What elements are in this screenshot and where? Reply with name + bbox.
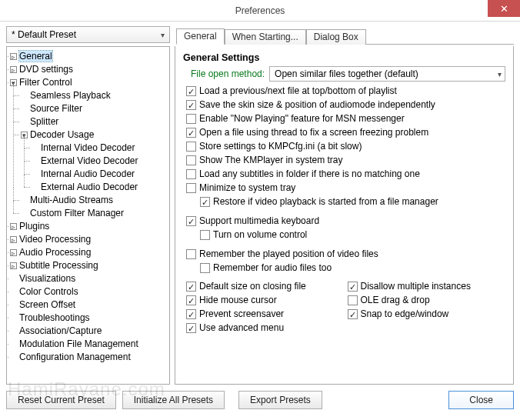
label-hide-cursor: Hide mouse cursor <box>199 294 277 307</box>
reset-current-preset-button[interactable]: Reset Current Preset <box>6 391 116 409</box>
checkbox-snap-edge[interactable] <box>348 309 358 319</box>
export-presets-button[interactable]: Export Presets <box>238 391 322 409</box>
tree-item-configuration-management[interactable]: Configuration Management <box>19 352 131 362</box>
label-enable-now-playing: Enable "Now Playing" feature for MSN mes… <box>199 112 405 125</box>
tree-toggle[interactable]: ▹ <box>10 66 17 73</box>
checkbox-mm-keyboard[interactable] <box>186 216 196 226</box>
tab-when-starting[interactable]: When Starting... <box>225 29 306 45</box>
tree-item-multi-audio-streams[interactable]: Multi-Audio Streams <box>30 195 113 205</box>
tree-item-screen-offset[interactable]: Screen Offset <box>19 299 75 310</box>
label-advanced-menu: Use advanced menu <box>199 322 284 335</box>
checkbox-default-size[interactable] <box>186 282 196 292</box>
category-tree[interactable]: ▹General ▹DVD settings ▾Filter Control S… <box>6 46 170 385</box>
preset-selected-value: * Default Preset <box>12 29 76 40</box>
label-load-prev-next: Load a previous/next file at top/bottom … <box>199 85 397 98</box>
chevron-down-icon: ▾ <box>498 70 502 78</box>
label-load-subs: Load any subtitles in folder if there is… <box>199 168 420 181</box>
checkbox-minimize-tray[interactable] <box>186 183 196 193</box>
checkbox-show-tray[interactable] <box>186 155 196 165</box>
label-show-tray: Show The KMPlayer in system tray <box>199 154 343 167</box>
checkbox-load-prev-next[interactable] <box>186 86 196 96</box>
label-snap-edge: Snap to edge/window <box>361 308 449 321</box>
checkbox-store-settings[interactable] <box>186 142 196 152</box>
tree-toggle[interactable]: ▹ <box>10 236 17 243</box>
chevron-down-icon: ▾ <box>161 31 165 39</box>
label-ole-drag: OLE drag & drop <box>361 294 430 307</box>
titlebar: Preferences ✕ <box>0 0 520 22</box>
settings-pane: General Settings File open method: Open … <box>175 46 514 385</box>
tree-item-source-filter[interactable]: Source Filter <box>30 103 82 114</box>
tree-item-video-processing[interactable]: Video Processing <box>19 234 91 245</box>
label-store-settings: Store settings to KMPCfg.ini (a bit slow… <box>199 140 362 153</box>
file-open-method-dropdown[interactable]: Open similar files together (default) ▾ <box>269 66 505 82</box>
section-title-general-settings: General Settings <box>183 52 505 63</box>
tree-item-general[interactable]: General <box>19 51 52 62</box>
window-title: Preferences <box>235 5 285 16</box>
label-disallow-multi: Disallow multiple instances <box>361 280 471 293</box>
footer-buttons: Reset Current Preset Initialize All Pres… <box>6 385 514 409</box>
checkbox-restore-playback[interactable] <box>200 197 210 207</box>
close-window-button[interactable]: ✕ <box>488 0 520 17</box>
tree-item-plugins[interactable]: Plugins <box>19 221 49 232</box>
checkbox-disallow-multi[interactable] <box>348 282 358 292</box>
tree-toggle[interactable]: ▹ <box>10 53 17 60</box>
tree-toggle[interactable]: ▹ <box>10 249 17 256</box>
label-remember-pos: Remember the played position of video fi… <box>199 248 378 261</box>
tree-item-decoder-usage[interactable]: Decoder Usage <box>30 129 94 140</box>
tree-item-modulation-file-management[interactable]: Modulation File Management <box>19 338 138 349</box>
checkbox-remember-audio[interactable] <box>200 263 210 273</box>
label-minimize-tray: Minimize to system tray <box>199 182 295 195</box>
tree-item-filter-control[interactable]: Filter Control <box>19 77 72 88</box>
checkbox-ole-drag[interactable] <box>348 295 358 305</box>
tree-item-visualizations[interactable]: Visualizations <box>19 273 75 284</box>
checkbox-volume-control[interactable] <box>200 230 210 240</box>
tree-item-color-controls[interactable]: Color Controls <box>19 286 78 297</box>
label-default-size: Default size on closing file <box>199 280 306 293</box>
label-restore-playback: Restore if video playback is started fro… <box>213 195 438 208</box>
file-open-method-value: Open similar files together (default) <box>275 68 418 79</box>
label-remember-audio: Remember for audio files too <box>213 262 332 275</box>
label-mm-keyboard: Support multimedia keyboard <box>199 215 319 228</box>
tree-item-internal-audio-decoder[interactable]: Internal Audio Decoder <box>41 168 135 179</box>
initialize-all-presets-button[interactable]: Initialize All Presets <box>122 391 225 409</box>
tree-item-internal-video-decoder[interactable]: Internal Video Decoder <box>41 142 135 153</box>
label-save-skin: Save the skin size & position of audiomo… <box>199 98 435 112</box>
close-button[interactable]: Close <box>448 391 514 409</box>
label-prevent-screensaver: Prevent screensaver <box>199 308 284 321</box>
checkbox-advanced-menu[interactable] <box>186 323 196 333</box>
tree-item-association-capture[interactable]: Association/Capture <box>19 325 102 336</box>
checkbox-load-subs[interactable] <box>186 169 196 179</box>
tree-toggle[interactable]: ▹ <box>10 262 17 269</box>
tree-toggle[interactable]: ▹ <box>10 223 17 230</box>
preset-dropdown[interactable]: * Default Preset ▾ <box>6 26 170 43</box>
tree-item-audio-processing[interactable]: Audio Processing <box>19 247 91 258</box>
tree-item-custom-filter-manager[interactable]: Custom Filter Manager <box>30 208 124 218</box>
checkbox-hide-cursor[interactable] <box>186 295 196 305</box>
tree-item-external-video-decoder[interactable]: External Video Decoder <box>41 155 138 166</box>
file-open-method-label: File open method: <box>191 68 265 79</box>
tree-item-seamless-playback[interactable]: Seamless Playback <box>30 90 111 101</box>
tree-item-dvd-settings[interactable]: DVD settings <box>19 64 73 75</box>
tree-item-troubleshootings[interactable]: Troubleshootings <box>19 312 90 323</box>
tab-dialog-box[interactable]: Dialog Box <box>306 29 366 45</box>
tree-item-splitter[interactable]: Splitter <box>30 116 58 127</box>
checkbox-remember-pos[interactable] <box>186 249 196 259</box>
tab-general[interactable]: General <box>176 28 225 45</box>
tree-item-external-audio-decoder[interactable]: External Audio Decoder <box>41 182 138 192</box>
checkbox-prevent-screensaver[interactable] <box>186 309 196 319</box>
checkbox-save-skin[interactable] <box>186 100 196 110</box>
checkbox-open-thread[interactable] <box>186 128 196 138</box>
checkbox-enable-now-playing[interactable] <box>186 114 196 124</box>
label-volume-control: Turn on volume control <box>213 228 307 242</box>
tab-bar: General When Starting... Dialog Box <box>176 26 514 45</box>
label-open-thread: Open a file using thread to fix a screen… <box>199 126 428 139</box>
close-icon: ✕ <box>500 3 508 15</box>
tree-item-subtitle-processing[interactable]: Subtitle Processing <box>19 260 98 271</box>
